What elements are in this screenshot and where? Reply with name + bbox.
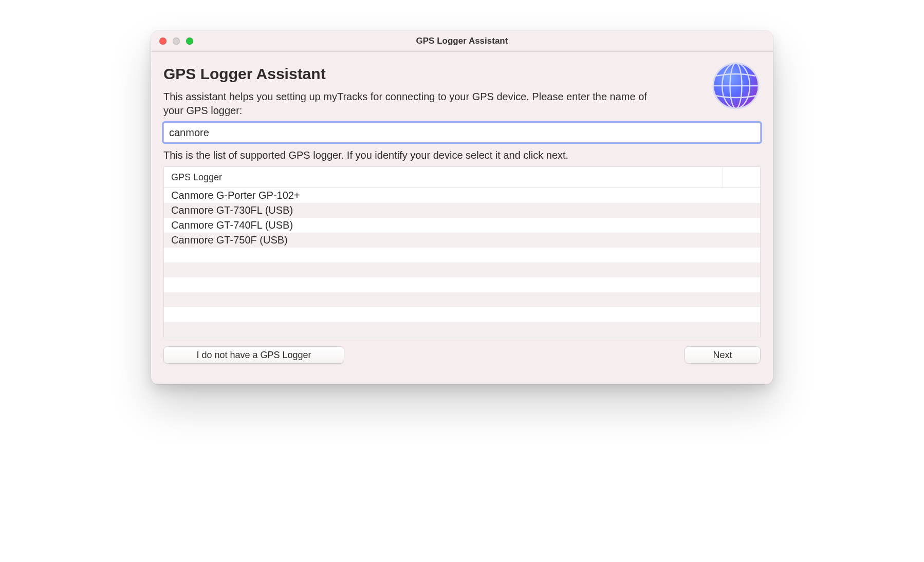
table-row-empty: . <box>164 277 760 292</box>
footer: I do not have a GPS Logger Next <box>163 346 761 364</box>
table-row-empty: . <box>164 322 760 337</box>
header-text: GPS Logger Assistant This assistant help… <box>163 63 667 123</box>
traffic-lights <box>159 38 193 45</box>
stage: GPS Logger Assistant GPS Logger Assistan… <box>0 0 924 562</box>
header-row: GPS Logger Assistant This assistant help… <box>163 63 761 123</box>
next-button[interactable]: Next <box>685 346 761 364</box>
content: GPS Logger Assistant This assistant help… <box>151 52 773 384</box>
no-logger-button[interactable]: I do not have a GPS Logger <box>163 346 344 364</box>
close-button[interactable] <box>159 38 167 45</box>
titlebar: GPS Logger Assistant <box>151 31 773 52</box>
table-row[interactable]: Canmore G-Porter GP-102+ <box>164 188 760 203</box>
window-title: GPS Logger Assistant <box>151 36 773 46</box>
table-row[interactable]: Canmore GT-730FL (USB) <box>164 203 760 218</box>
table-header-row: GPS Logger <box>164 167 760 188</box>
table-row-empty: . <box>164 292 760 307</box>
table-row-empty: . <box>164 307 760 322</box>
minimize-button[interactable] <box>173 38 180 45</box>
table-row-empty: . <box>164 248 760 263</box>
logger-name-input[interactable] <box>163 123 761 142</box>
table-body: Canmore G-Porter GP-102+ Canmore GT-730F… <box>164 188 760 338</box>
table-row[interactable]: Canmore GT-740FL (USB) <box>164 218 760 233</box>
assistant-window: GPS Logger Assistant GPS Logger Assistan… <box>151 31 773 384</box>
list-hint: This is the list of supported GPS logger… <box>163 149 761 161</box>
page-title: GPS Logger Assistant <box>163 65 667 83</box>
zoom-button[interactable] <box>186 38 193 45</box>
table-row[interactable]: Canmore GT-750F (USB) <box>164 233 760 248</box>
table-header[interactable]: GPS Logger <box>164 167 723 188</box>
table-row-empty: . <box>164 263 760 277</box>
globe-icon <box>711 61 761 110</box>
logger-table: GPS Logger Canmore G-Porter GP-102+ Canm… <box>163 166 761 338</box>
intro-text: This assistant helps you setting up myTr… <box>163 90 667 118</box>
